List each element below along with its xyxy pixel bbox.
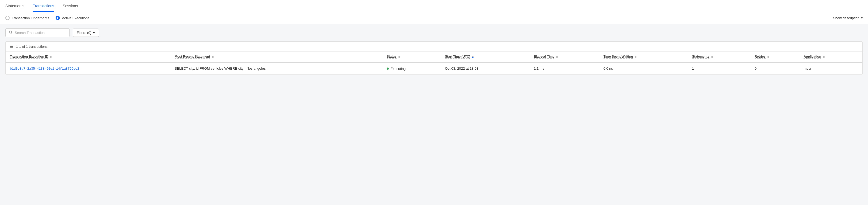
cell-start-time-0: Oct 03, 2022 at 18:03 bbox=[441, 63, 529, 74]
col-tx-id-sort-icon bbox=[50, 56, 52, 58]
chevron-down-icon: ▾ bbox=[861, 16, 863, 20]
col-start-time-sort-icon bbox=[472, 56, 474, 58]
cell-tx-id-0[interactable]: b1d0c0a7-2a35-4138-90e1-14f1a8f66dc2 bbox=[6, 63, 170, 74]
table-meta-text: 1-1 of 1 transactions bbox=[16, 44, 48, 48]
col-application-label: Application bbox=[804, 55, 821, 59]
col-elapsed[interactable]: Elapsed Time bbox=[529, 52, 599, 63]
radio-group: Transaction Fingerprints Active Executio… bbox=[5, 16, 89, 20]
col-statements[interactable]: Statements bbox=[688, 52, 750, 63]
cell-elapsed-0: 1.1 ms bbox=[529, 63, 599, 74]
col-waiting[interactable]: Time Spent Waiting bbox=[599, 52, 688, 63]
col-recent-stmt-label: Most Recent Statement bbox=[175, 55, 210, 59]
table-meta-row: ☰ 1-1 of 1 transactions bbox=[6, 42, 862, 52]
tabs-bar: Statements Transactions Sessions bbox=[0, 0, 868, 12]
col-application-sort-icon bbox=[823, 56, 825, 58]
table-row: b1d0c0a7-2a35-4138-90e1-14f1a8f66dc2 SEL… bbox=[6, 63, 862, 74]
col-tx-id[interactable]: Transaction Execution ID bbox=[6, 52, 170, 63]
page-wrapper: Statements Transactions Sessions Transac… bbox=[0, 0, 868, 205]
radio-active-circle bbox=[56, 16, 60, 20]
table-section: ☰ 1-1 of 1 transactions Transaction Exec… bbox=[5, 41, 863, 75]
tab-transactions[interactable]: Transactions bbox=[33, 0, 54, 12]
search-filters-row: Filters (0) ▾ bbox=[0, 24, 868, 41]
cell-statements-0: 1 bbox=[688, 63, 750, 74]
table-container: ☰ 1-1 of 1 transactions Transaction Exec… bbox=[0, 41, 868, 80]
search-box bbox=[5, 28, 69, 37]
col-statements-sort-icon bbox=[711, 56, 713, 58]
list-icon: ☰ bbox=[10, 44, 13, 48]
transactions-table: Transaction Execution ID Most Recent Sta… bbox=[6, 52, 862, 74]
col-retries[interactable]: Retries bbox=[750, 52, 799, 63]
col-recent-stmt[interactable]: Most Recent Statement bbox=[170, 52, 382, 63]
filters-button[interactable]: Filters (0) ▾ bbox=[73, 29, 99, 37]
col-elapsed-label: Elapsed Time bbox=[534, 55, 554, 59]
radio-fingerprints-label: Transaction Fingerprints bbox=[12, 16, 49, 20]
search-icon bbox=[9, 30, 12, 35]
controls-row: Transaction Fingerprints Active Executio… bbox=[0, 12, 868, 24]
col-elapsed-sort-icon bbox=[556, 56, 558, 58]
col-status-label: Status bbox=[387, 55, 397, 59]
status-badge-0: Executing bbox=[387, 67, 406, 71]
cell-status-0: Executing bbox=[382, 63, 441, 74]
show-description-label: Show description bbox=[833, 16, 860, 20]
status-label-0: Executing bbox=[391, 67, 406, 71]
col-recent-stmt-sort-icon bbox=[212, 56, 214, 58]
col-application[interactable]: Application bbox=[799, 52, 862, 63]
col-status-sort-icon bbox=[398, 56, 400, 58]
radio-fingerprints-circle bbox=[5, 16, 10, 20]
radio-active-label: Active Executions bbox=[62, 16, 90, 20]
filters-label: Filters (0) bbox=[77, 31, 91, 35]
col-retries-label: Retries bbox=[755, 55, 766, 59]
cell-recent-stmt-0: SELECT city, id FROM vehicles WHERE city… bbox=[170, 63, 382, 74]
status-dot-0 bbox=[387, 68, 389, 70]
col-waiting-sort-icon bbox=[634, 56, 637, 58]
col-status[interactable]: Status bbox=[382, 52, 441, 63]
col-tx-id-label: Transaction Execution ID bbox=[10, 55, 48, 59]
cell-waiting-0: 0.0 ns bbox=[599, 63, 688, 74]
radio-fingerprints[interactable]: Transaction Fingerprints bbox=[5, 16, 49, 20]
table-header-row: Transaction Execution ID Most Recent Sta… bbox=[6, 52, 862, 63]
col-statements-label: Statements bbox=[692, 55, 709, 59]
cell-application-0: movr bbox=[799, 63, 862, 74]
svg-line-1 bbox=[11, 33, 12, 34]
show-description-toggle[interactable]: Show description ▾ bbox=[833, 16, 863, 20]
col-retries-sort-icon bbox=[767, 56, 769, 58]
filters-chevron-icon: ▾ bbox=[93, 31, 95, 35]
radio-active[interactable]: Active Executions bbox=[56, 16, 90, 20]
tab-statements[interactable]: Statements bbox=[5, 0, 24, 12]
col-start-time[interactable]: Start Time (UTC) bbox=[441, 52, 529, 63]
col-start-time-label: Start Time (UTC) bbox=[445, 55, 470, 59]
cell-retries-0: 0 bbox=[750, 63, 799, 74]
col-waiting-label: Time Spent Waiting bbox=[603, 55, 633, 59]
tx-id-value-0: b1d0c0a7-2a35-4138-90e1-14f1a8f66dc2 bbox=[10, 67, 79, 71]
tab-sessions[interactable]: Sessions bbox=[63, 0, 78, 12]
search-input[interactable] bbox=[15, 31, 66, 35]
